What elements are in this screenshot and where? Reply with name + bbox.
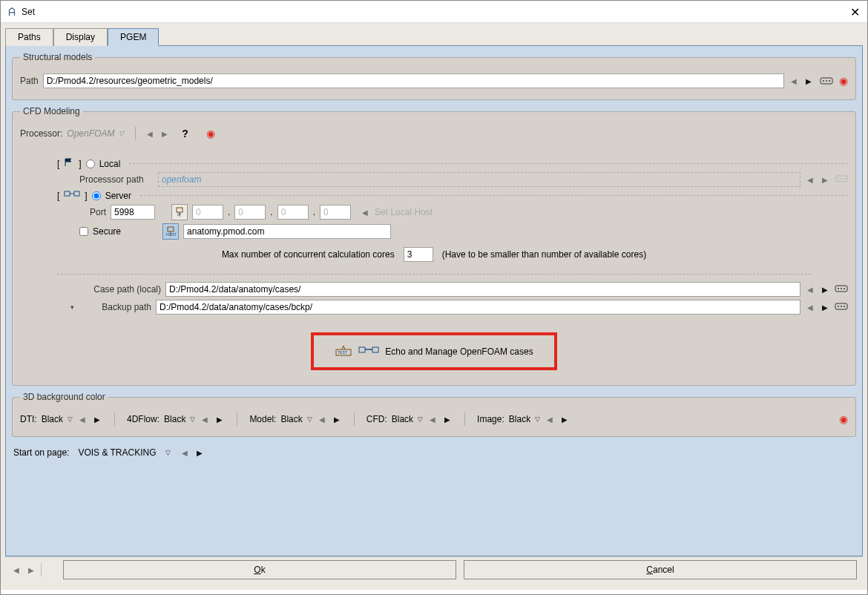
- chevron-down-icon[interactable]: ▽: [535, 415, 540, 423]
- tab-pgem[interactable]: PGEM: [108, 28, 159, 46]
- separator: [135, 127, 136, 140]
- chevron-down-icon[interactable]: ▽: [307, 415, 312, 423]
- bg-cfd-label: CFD:: [366, 414, 387, 424]
- bg-img-next[interactable]: ▶: [559, 412, 570, 426]
- bg-model-next[interactable]: ▶: [332, 412, 342, 426]
- start-next-icon[interactable]: ▶: [194, 446, 205, 459]
- page-next-icon[interactable]: ▶: [26, 563, 36, 576]
- bg-image-value[interactable]: Black: [509, 414, 530, 424]
- structural-models-group: Structural models Path ◀ ▶ ◉: [12, 52, 856, 100]
- ip-field-1: [192, 205, 223, 220]
- processor-value: OpenFOAM: [67, 128, 114, 139]
- set-local-host-button: Set Local Host: [375, 207, 433, 217]
- svg-point-18: [838, 288, 839, 289]
- processor-dropdown[interactable]: OpenFOAM ▽: [67, 128, 126, 139]
- bg-model-value[interactable]: Black: [280, 414, 302, 424]
- separator: [114, 412, 115, 426]
- chevron-down-icon[interactable]: ▽: [418, 415, 423, 423]
- port-input[interactable]: [111, 205, 155, 220]
- local-radio[interactable]: [86, 160, 95, 168]
- bg-model-label: Model:: [249, 414, 276, 424]
- bg-reset-icon[interactable]: ◉: [839, 413, 848, 425]
- cfd-legend: CFD Modeling: [20, 106, 83, 116]
- start-on-page-value[interactable]: VOIS & TRACKING: [78, 447, 156, 458]
- start-prev-icon[interactable]: ◀: [180, 446, 190, 459]
- cancel-button[interactable]: Cancel: [464, 560, 857, 579]
- flag-icon: [64, 158, 74, 169]
- bracket-open: [: [57, 159, 59, 169]
- case-path-label: Case path (local): [79, 284, 161, 295]
- processor-next-icon[interactable]: ▶: [160, 127, 170, 140]
- chevron-down-icon[interactable]: ▽: [68, 415, 73, 423]
- svg-rect-27: [359, 347, 365, 352]
- bg-dti-prev[interactable]: ◀: [77, 412, 88, 426]
- host-input[interactable]: [183, 224, 391, 239]
- host-mode-button[interactable]: HOST: [162, 223, 179, 240]
- svg-rect-14: [168, 227, 174, 231]
- separator: [354, 412, 355, 426]
- server-link-icon: [64, 190, 80, 201]
- max-cores-input[interactable]: [404, 247, 433, 262]
- bg-dti-value[interactable]: Black: [42, 414, 63, 424]
- dash-line-2: [140, 195, 848, 196]
- structural-browse-button[interactable]: [818, 73, 835, 89]
- structural-path-input[interactable]: [43, 73, 784, 88]
- bg-4d-prev[interactable]: ◀: [200, 412, 210, 426]
- bg-cfd-value[interactable]: Black: [392, 414, 413, 424]
- procpath-prev-icon: ◀: [805, 173, 815, 186]
- echo-label: Echo and Manage OpenFOAM cases: [385, 346, 533, 357]
- svg-point-7: [844, 178, 845, 180]
- page-prev-icon[interactable]: ◀: [11, 563, 22, 576]
- bg-4d-next[interactable]: ▶: [214, 412, 225, 426]
- bg-dti-next[interactable]: ▶: [92, 412, 102, 426]
- secure-checkbox[interactable]: [79, 227, 88, 236]
- structural-path-label: Path: [20, 76, 39, 86]
- svg-text:HOST: HOST: [166, 232, 177, 237]
- bracket-close-2: ]: [85, 191, 87, 201]
- backup-browse-icon[interactable]: [835, 302, 848, 313]
- bg-cfd-next[interactable]: ▶: [442, 412, 453, 426]
- bg-4dflow-value[interactable]: Black: [164, 414, 185, 424]
- max-cores-hint: (Have to be smaller than number of avail…: [442, 249, 646, 260]
- ip-mode-button[interactable]: IP: [171, 204, 188, 220]
- app-icon: [7, 7, 17, 17]
- tab-display[interactable]: Display: [53, 28, 108, 46]
- procpath-next-icon: ▶: [820, 173, 830, 186]
- bg-cfd-prev[interactable]: ◀: [427, 412, 438, 426]
- casepath-prev-icon[interactable]: ◀: [805, 283, 815, 296]
- chevron-down-icon[interactable]: ▽: [165, 449, 171, 456]
- structural-next-icon[interactable]: ▶: [803, 74, 814, 88]
- bg-model-prev[interactable]: ◀: [317, 412, 327, 426]
- backup-expand-icon[interactable]: ▾: [70, 303, 74, 311]
- bg-img-prev[interactable]: ◀: [545, 412, 555, 426]
- window-title: Set: [22, 7, 35, 17]
- chevron-down-icon: ▽: [119, 130, 124, 137]
- backup-next-icon[interactable]: ▶: [820, 300, 830, 314]
- backup-path-label: Backup path: [79, 302, 151, 312]
- chevron-down-icon[interactable]: ▽: [190, 415, 195, 423]
- case-path-input[interactable]: [165, 282, 800, 297]
- backup-path-input[interactable]: [156, 300, 800, 315]
- processor-prev-icon[interactable]: ◀: [145, 127, 155, 140]
- close-icon[interactable]: ✕: [850, 5, 860, 19]
- tab-bar: Paths Display PGEM: [5, 27, 863, 45]
- echo-manage-button[interactable]: TEST Echo and Manage OpenFOAM cases: [311, 332, 556, 370]
- casepath-next-icon[interactable]: ▶: [820, 283, 830, 296]
- svg-text:TEST: TEST: [338, 350, 347, 355]
- svg-rect-28: [372, 347, 378, 352]
- link-icon: [358, 346, 379, 357]
- ok-button[interactable]: Ok: [63, 560, 456, 579]
- processor-label: Processor:: [20, 128, 62, 139]
- tab-paths[interactable]: Paths: [5, 28, 53, 46]
- casepath-browse-icon[interactable]: [835, 284, 848, 295]
- start-on-page-label: Start on page:: [13, 447, 69, 458]
- structural-reset-icon[interactable]: ◉: [839, 75, 848, 87]
- server-radio[interactable]: [92, 191, 101, 200]
- processor-path-input: [158, 172, 800, 187]
- structural-prev-icon[interactable]: ◀: [789, 74, 799, 88]
- help-icon[interactable]: ?: [182, 128, 188, 139]
- bracket-close: ]: [79, 159, 81, 169]
- backup-prev-icon[interactable]: ◀: [805, 300, 815, 314]
- processor-reset-icon[interactable]: ◉: [206, 128, 215, 139]
- procpath-browse-icon: [835, 174, 848, 185]
